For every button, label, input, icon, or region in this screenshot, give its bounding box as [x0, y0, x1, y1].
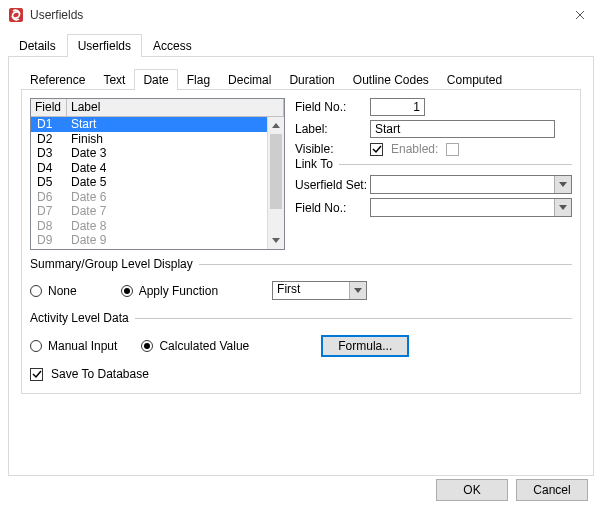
tab-date[interactable]: Date [134, 69, 177, 90]
linkto-field-no-dropdown[interactable] [370, 198, 572, 217]
scroll-up-icon[interactable] [268, 117, 284, 134]
tab-outline-codes[interactable]: Outline Codes [344, 69, 438, 90]
chevron-down-icon [554, 176, 571, 193]
grid-scrollbar[interactable] [267, 117, 284, 249]
chevron-down-icon [554, 199, 571, 216]
dialog-footer: OK Cancel [436, 479, 588, 501]
function-dropdown[interactable]: First [272, 281, 367, 300]
grid-row[interactable]: D4Date 4 [31, 161, 284, 176]
scroll-thumb[interactable] [270, 134, 282, 209]
linkto-field-no-label: Field No.: [295, 201, 370, 215]
tab-computed[interactable]: Computed [438, 69, 511, 90]
grid-row[interactable]: D5Date 5 [31, 175, 284, 190]
label-label: Label: [295, 122, 370, 136]
tab-text[interactable]: Text [94, 69, 134, 90]
fields-grid[interactable]: Field Label D1Start D2Finish D3Date 3 D4… [30, 98, 285, 250]
link-to-legend: Link To [295, 157, 339, 171]
cancel-button[interactable]: Cancel [516, 479, 588, 501]
visible-label: Visible: [295, 142, 370, 156]
col-field[interactable]: Field [31, 99, 67, 116]
function-value: First [273, 282, 349, 299]
tab-flag[interactable]: Flag [178, 69, 219, 90]
grid-row[interactable]: D7Date 7 [31, 204, 284, 219]
visible-checkbox[interactable] [370, 143, 383, 156]
outer-panel: Reference Text Date Flag Decimal Duratio… [8, 56, 594, 476]
tab-duration[interactable]: Duration [280, 69, 343, 90]
grid-row[interactable]: D3Date 3 [31, 146, 284, 161]
radio-none[interactable]: None [30, 284, 77, 298]
tab-decimal[interactable]: Decimal [219, 69, 280, 90]
tab-details[interactable]: Details [8, 34, 67, 57]
grid-row[interactable]: D9Date 9 [31, 233, 284, 248]
radio-none-label: None [48, 284, 77, 298]
enabled-checkbox [446, 143, 459, 156]
chevron-down-icon [349, 282, 366, 299]
radio-apply-function[interactable]: Apply Function [121, 284, 218, 298]
inner-tab-strip: Reference Text Date Flag Decimal Duratio… [21, 69, 581, 90]
userfield-set-label: Userfield Set: [295, 178, 370, 192]
close-icon [575, 10, 585, 20]
save-to-db-label: Save To Database [51, 367, 149, 381]
scroll-down-icon[interactable] [268, 232, 284, 249]
grid-row[interactable]: D1Start [31, 117, 284, 132]
radio-manual-input[interactable]: Manual Input [30, 339, 117, 353]
field-no-input[interactable] [370, 98, 425, 116]
check-icon [372, 144, 382, 154]
inner-panel: Field Label D1Start D2Finish D3Date 3 D4… [21, 89, 581, 394]
grid-header: Field Label [31, 99, 284, 117]
col-label[interactable]: Label [67, 99, 284, 116]
grid-row[interactable]: D2Finish [31, 132, 284, 147]
summary-group: Summary/Group Level Display None Apply F… [30, 264, 572, 300]
enabled-label: Enabled: [391, 142, 438, 156]
tab-access[interactable]: Access [142, 34, 203, 57]
activity-legend: Activity Level Data [30, 311, 135, 325]
linkto-field-no-value [371, 199, 554, 216]
tab-reference[interactable]: Reference [21, 69, 94, 90]
close-button[interactable] [557, 0, 602, 30]
outer-tab-strip: Details Userfields Access [0, 30, 602, 57]
field-no-label: Field No.: [295, 100, 370, 114]
summary-legend: Summary/Group Level Display [30, 257, 199, 271]
grid-row[interactable]: D8Date 8 [31, 219, 284, 234]
tab-userfields[interactable]: Userfields [67, 34, 142, 57]
titlebar: Userfields [0, 0, 602, 30]
ok-button[interactable]: OK [436, 479, 508, 501]
radio-manual-label: Manual Input [48, 339, 117, 353]
radio-calculated-value[interactable]: Calculated Value [141, 339, 249, 353]
check-icon [32, 369, 42, 379]
formula-button[interactable]: Formula... [321, 335, 409, 357]
window-title: Userfields [30, 8, 557, 22]
app-icon [8, 7, 24, 23]
activity-group: Activity Level Data Manual Input Calcula… [30, 318, 572, 381]
grid-row[interactable]: D6Date 6 [31, 190, 284, 205]
userfield-set-value [371, 176, 554, 193]
userfield-set-dropdown[interactable] [370, 175, 572, 194]
radio-calc-label: Calculated Value [159, 339, 249, 353]
link-to-group: Link To Userfield Set: Field No.: [295, 164, 572, 217]
radio-apply-label: Apply Function [139, 284, 218, 298]
save-to-db-checkbox[interactable] [30, 368, 43, 381]
label-input[interactable] [370, 120, 555, 138]
grid-body: D1Start D2Finish D3Date 3 D4Date 4 D5Dat… [31, 117, 284, 248]
